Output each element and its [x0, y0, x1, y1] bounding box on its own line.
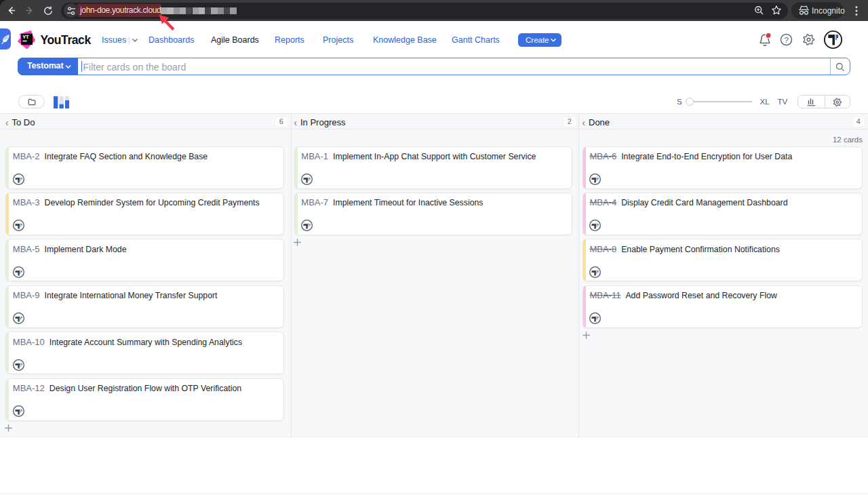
svg-text:?: ?: [785, 36, 789, 44]
svg-text:YT: YT: [22, 34, 29, 40]
